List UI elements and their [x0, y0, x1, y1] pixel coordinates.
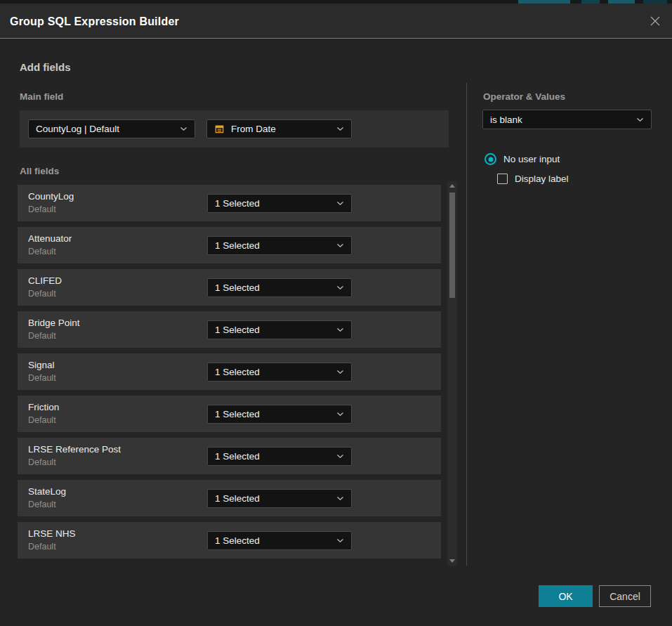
field-name: StateLog — [28, 486, 66, 497]
scrollbar[interactable] — [447, 181, 457, 566]
all-fields-label: All fields — [20, 166, 59, 176]
field-sublabel: Default — [28, 247, 56, 256]
checkbox-unchecked-icon — [497, 174, 508, 184]
field-row: StateLogDefault1 Selected — [18, 480, 441, 516]
cancel-button[interactable]: Cancel — [599, 585, 651, 607]
dialog-titlebar: Group SQL Expression Builder — [0, 4, 672, 39]
chevron-down-icon — [336, 201, 344, 206]
selected-dropdown-value: 1 Selected — [215, 367, 260, 377]
selected-dropdown[interactable]: 1 Selected — [207, 236, 352, 255]
close-icon — [650, 15, 661, 30]
scroll-up-icon[interactable] — [449, 184, 455, 188]
field-row: AttenuatorDefault1 Selected — [18, 227, 441, 263]
selected-dropdown-value: 1 Selected — [215, 240, 260, 251]
chevron-down-icon — [336, 327, 344, 332]
field-name: LRSE Reference Post — [28, 444, 121, 455]
main-field-label: Main field — [20, 91, 63, 102]
date-select-value: From Date — [231, 124, 276, 134]
operator-select-value: is blank — [490, 115, 522, 125]
selected-dropdown[interactable]: 1 Selected — [207, 320, 352, 339]
selected-dropdown[interactable]: 1 Selected — [207, 531, 352, 550]
selected-dropdown-value: 1 Selected — [215, 198, 260, 209]
field-sublabel: Default — [28, 542, 56, 552]
add-fields-heading: Add fields — [20, 61, 71, 73]
field-name: CLIFED — [28, 275, 62, 286]
field-row: CountyLogDefault1 Selected — [18, 185, 441, 221]
field-sublabel: Default — [28, 331, 56, 341]
scroll-thumb[interactable] — [449, 193, 455, 298]
radio-label: No user input — [503, 154, 560, 164]
field-sublabel: Default — [28, 457, 56, 467]
field-name: Friction — [28, 402, 59, 412]
chevron-down-icon — [336, 243, 344, 248]
ok-button[interactable]: OK — [539, 585, 593, 607]
source-select-value: CountyLog | Default — [36, 124, 119, 134]
field-sublabel: Default — [28, 500, 56, 509]
selected-dropdown[interactable]: 1 Selected — [207, 363, 352, 382]
field-list: CountyLogDefault1 SelectedAttenuatorDefa… — [18, 185, 441, 564]
calendar-icon — [214, 124, 225, 134]
selected-dropdown-value: 1 Selected — [215, 451, 260, 462]
operator-select[interactable]: is blank — [482, 110, 652, 129]
selected-dropdown-value: 1 Selected — [215, 409, 260, 419]
chevron-down-icon — [336, 496, 344, 501]
field-name: CountyLog — [28, 191, 74, 202]
selected-dropdown[interactable]: 1 Selected — [207, 489, 352, 508]
field-row: LRSE NHSDefault1 Selected — [18, 522, 441, 559]
radio-selected-icon — [485, 153, 496, 165]
field-row: FrictionDefault1 Selected — [18, 396, 441, 432]
field-row: Bridge PointDefault1 Selected — [18, 311, 441, 348]
field-sublabel: Default — [28, 373, 56, 383]
field-name: LRSE NHS — [28, 528, 76, 539]
selected-dropdown[interactable]: 1 Selected — [207, 278, 352, 297]
field-name: Signal — [28, 360, 55, 370]
field-sublabel: Default — [28, 204, 56, 214]
chevron-down-icon — [180, 126, 187, 131]
selected-dropdown-value: 1 Selected — [215, 493, 260, 504]
selected-dropdown[interactable]: 1 Selected — [207, 447, 352, 466]
chevron-down-icon — [336, 285, 344, 290]
field-name: Attenuator — [28, 233, 72, 244]
field-row: LRSE Reference PostDefault1 Selected — [18, 438, 441, 474]
no-user-input-radio[interactable]: No user input — [485, 153, 560, 165]
dialog-title: Group SQL Expression Builder — [10, 15, 179, 28]
chevron-down-icon — [336, 370, 344, 374]
chevron-down-icon — [336, 412, 344, 417]
scroll-down-icon[interactable] — [449, 559, 455, 563]
main-field-panel: CountyLog | Default From Date — [20, 110, 449, 148]
selected-dropdown-value: 1 Selected — [215, 535, 260, 546]
chevron-down-icon — [336, 454, 344, 459]
display-label-checkbox[interactable]: Display label — [497, 174, 569, 184]
field-row: CLIFEDDefault1 Selected — [18, 269, 441, 306]
main-field-source-select[interactable]: CountyLog | Default — [28, 119, 195, 138]
selected-dropdown[interactable]: 1 Selected — [207, 194, 352, 213]
chevron-down-icon — [336, 126, 344, 131]
field-row: SignalDefault1 Selected — [18, 353, 441, 390]
selected-dropdown[interactable]: 1 Selected — [207, 405, 352, 424]
close-button[interactable] — [647, 15, 663, 30]
chevron-down-icon — [336, 538, 344, 543]
operator-values-label: Operator & Values — [483, 91, 565, 102]
selected-dropdown-value: 1 Selected — [215, 325, 260, 335]
selected-dropdown-value: 1 Selected — [215, 282, 260, 293]
chevron-down-icon — [636, 117, 644, 122]
field-sublabel: Default — [28, 289, 56, 299]
main-field-date-select[interactable]: From Date — [206, 119, 352, 138]
section-divider — [466, 83, 467, 566]
field-name: Bridge Point — [28, 318, 80, 328]
checkbox-label: Display label — [515, 174, 569, 184]
field-sublabel: Default — [28, 415, 56, 425]
